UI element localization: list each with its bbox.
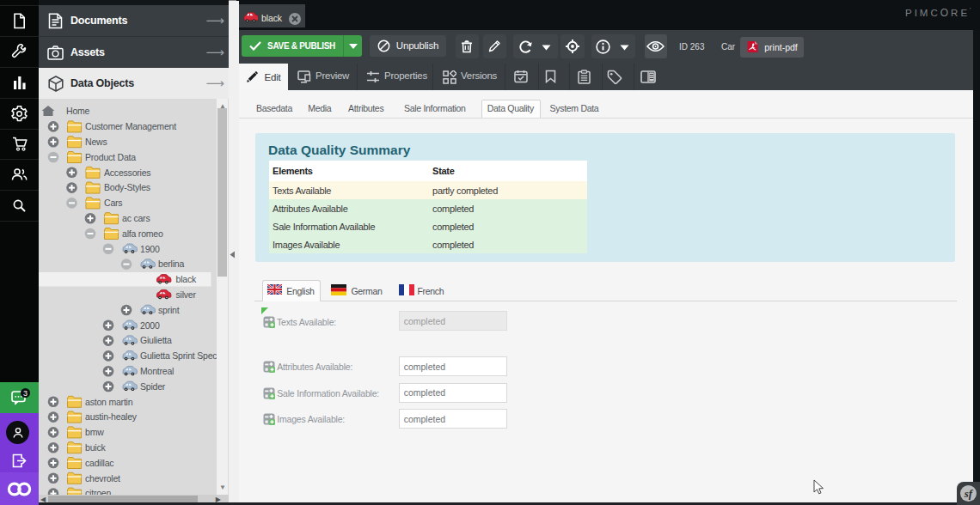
- svg-text:berlina: berlina: [158, 259, 184, 269]
- svg-text:2000: 2000: [140, 320, 160, 331]
- svg-text:Accessories: Accessories: [104, 167, 150, 178]
- svg-text:buick: buick: [85, 442, 106, 453]
- svg-text:black: black: [176, 274, 197, 284]
- svg-text:Customer Management: Customer Management: [85, 121, 176, 131]
- svg-text:Home: Home: [66, 106, 90, 116]
- svg-text:citroen: citroen: [85, 488, 111, 495]
- svg-text:alfa romeo: alfa romeo: [122, 228, 163, 239]
- svg-text:Cars: Cars: [104, 198, 122, 208]
- svg-text:chevrolet: chevrolet: [85, 473, 120, 484]
- svg-text:Product Data: Product Data: [85, 152, 136, 162]
- svg-text:Giulietta: Giulietta: [140, 335, 172, 345]
- svg-text:cadillac: cadillac: [85, 458, 113, 468]
- svg-text:Spider: Spider: [140, 381, 166, 392]
- svg-text:Body-Styles: Body-Styles: [104, 182, 150, 192]
- svg-text:austin-healey: austin-healey: [85, 411, 138, 422]
- svg-text:sprint: sprint: [158, 305, 180, 315]
- svg-text:aston martin: aston martin: [85, 397, 133, 407]
- svg-text:1900: 1900: [140, 244, 160, 254]
- svg-text:News: News: [85, 137, 107, 147]
- svg-text:Montreal: Montreal: [140, 366, 174, 376]
- svg-text:Gulietta Sprint Special: Gulietta Sprint Special: [140, 350, 225, 361]
- svg-text:ac cars: ac cars: [122, 213, 150, 223]
- svg-text:silver: silver: [176, 289, 197, 300]
- svg-text:bmw: bmw: [85, 427, 104, 437]
